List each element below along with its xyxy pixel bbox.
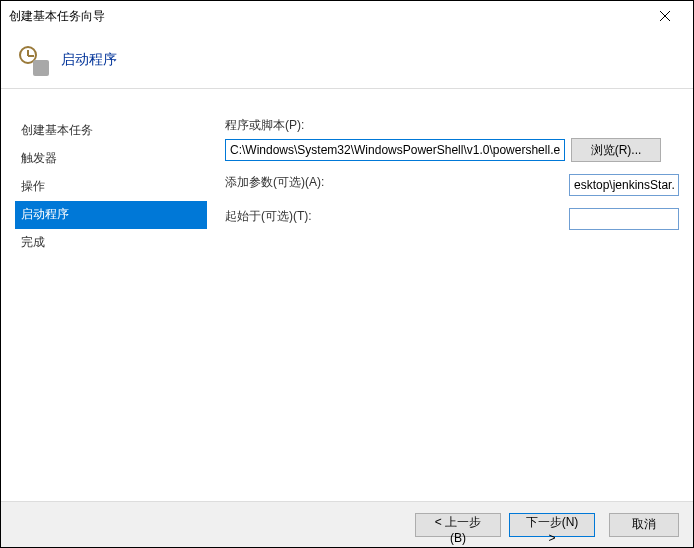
- sidebar-item-create-task[interactable]: 创建基本任务: [15, 117, 207, 145]
- button-bar: < 上一步(B) 下一步(N) > 取消: [1, 501, 693, 547]
- sidebar-item-finish[interactable]: 完成: [15, 229, 207, 257]
- wizard-steps-sidebar: 创建基本任务 触发器 操作 启动程序 完成: [15, 117, 207, 257]
- startin-input[interactable]: [569, 208, 679, 230]
- sidebar-item-action[interactable]: 操作: [15, 173, 207, 201]
- wizard-header: 启动程序: [1, 31, 693, 89]
- sidebar-item-trigger[interactable]: 触发器: [15, 145, 207, 173]
- program-input[interactable]: [225, 139, 565, 161]
- close-icon: [660, 11, 670, 21]
- wizard-content: 创建基本任务 触发器 操作 启动程序 完成 程序或脚本(P): 浏览(R)...…: [1, 89, 693, 501]
- arguments-label: 添加参数(可选)(A):: [225, 175, 324, 189]
- wizard-icon: [17, 44, 49, 76]
- form-area: 程序或脚本(P): 浏览(R)... 添加参数(可选)(A): 起始于(可选)(…: [225, 117, 679, 230]
- sidebar-item-start-program[interactable]: 启动程序: [15, 201, 207, 229]
- back-button[interactable]: < 上一步(B): [415, 513, 501, 537]
- program-label: 程序或脚本(P):: [225, 117, 679, 134]
- window-title: 创建基本任务向导: [9, 8, 645, 25]
- next-button[interactable]: 下一步(N) >: [509, 513, 595, 537]
- page-title: 启动程序: [61, 51, 117, 69]
- browse-button[interactable]: 浏览(R)...: [571, 138, 661, 162]
- arguments-input[interactable]: [569, 174, 679, 196]
- cancel-button[interactable]: 取消: [609, 513, 679, 537]
- startin-label: 起始于(可选)(T):: [225, 209, 312, 223]
- titlebar: 创建基本任务向导: [1, 1, 693, 31]
- close-button[interactable]: [645, 1, 685, 31]
